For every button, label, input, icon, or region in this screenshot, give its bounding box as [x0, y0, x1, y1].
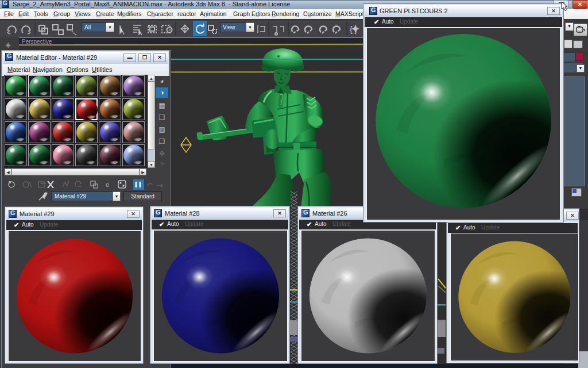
svg-text:o: o	[106, 181, 109, 188]
